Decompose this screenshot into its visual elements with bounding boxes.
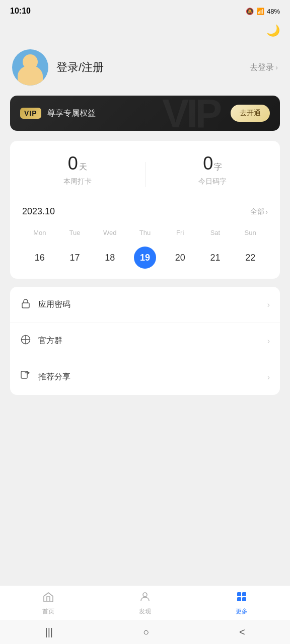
menu-item-official-group[interactable]: 官方群 › (10, 323, 280, 359)
profile-left: 登录/注册 (12, 49, 104, 86)
menu-item-share[interactable]: 推荐分享 › (10, 359, 280, 395)
day-wed: Wed (92, 227, 127, 238)
sys-recents-button[interactable]: ||| (45, 626, 53, 638)
home-label: 首页 (42, 607, 54, 616)
calendar-all-arrow: › (265, 208, 268, 216)
calendar-all-label: 全部 (250, 207, 264, 216)
svg-rect-6 (237, 592, 241, 596)
day-tue: Tue (57, 227, 93, 238)
vip-banner-left: VIP 尊享专属权益 (20, 108, 96, 119)
day-thu: Thu (127, 227, 163, 238)
date-19-today[interactable]: 19 (134, 247, 156, 269)
avatar (12, 49, 48, 86)
calendar-all-link[interactable]: 全部 › (250, 207, 268, 216)
day-sat: Sat (198, 227, 233, 238)
menu-item-app-password[interactable]: 应用密码 › (10, 287, 280, 323)
svg-rect-8 (237, 597, 241, 601)
vip-text: 尊享专属权益 (47, 108, 96, 119)
wifi-icon: 📶 (256, 8, 264, 15)
date-18[interactable]: 18 (92, 247, 127, 269)
calendar-title: 2023.10 (22, 206, 55, 217)
calendar-dates: 16 17 18 19 20 21 22 (22, 247, 268, 269)
svg-point-5 (143, 593, 147, 597)
words-value: 0 (203, 153, 213, 174)
calendar-days-header: Mon Tue Wed Thu Fri Sat Sun (22, 227, 268, 238)
menu-item-left-app-password: 应用密码 (20, 298, 70, 311)
dark-mode-toggle-container: 🌙 (0, 20, 290, 41)
words-number: 0 字 (156, 153, 270, 174)
calendar-section: 2023.10 全部 › Mon Tue Wed Thu Fri Sat Sun… (10, 196, 280, 279)
system-nav-bar: ||| ○ < (0, 620, 290, 644)
vip-activate-button[interactable]: 去开通 (231, 105, 270, 122)
more-icon (236, 591, 248, 606)
svg-rect-7 (242, 592, 246, 596)
date-16[interactable]: 16 (22, 247, 57, 269)
menu-item-left-share: 推荐分享 (20, 370, 70, 384)
calendar-header: 2023.10 全部 › (22, 206, 268, 217)
app-password-arrow: › (267, 300, 270, 309)
lock-icon (20, 298, 31, 311)
share-icon (20, 370, 31, 384)
battery-text: 48% (267, 8, 280, 15)
svg-rect-4 (21, 371, 27, 378)
vip-banner: VIP 尊享专属权益 VIP 去开通 (10, 96, 280, 131)
nav-discover[interactable]: 发现 (97, 586, 193, 620)
date-17[interactable]: 17 (57, 247, 93, 269)
words-unit: 字 (214, 162, 222, 173)
checkins-unit: 天 (79, 162, 87, 173)
dark-mode-icon[interactable]: 🌙 (266, 24, 280, 37)
status-time: 10:10 (10, 7, 31, 16)
login-link[interactable]: 去登录 › (250, 62, 278, 73)
day-sun: Sun (233, 227, 268, 238)
bottom-nav: 首页 发现 更多 (0, 585, 290, 620)
stats-row: 0 天 本周打卡 0 字 今日码字 (10, 153, 280, 196)
stats-card: 0 天 本周打卡 0 字 今日码字 2023.10 全部 › (10, 141, 280, 279)
checkins-value: 0 (68, 153, 78, 174)
discover-icon (139, 591, 151, 606)
status-icons: 🔕 📶 48% (246, 8, 280, 15)
sys-back-button[interactable]: < (239, 626, 245, 638)
login-arrow-icon: › (275, 63, 278, 71)
profile-section: 登录/注册 去登录 › (0, 41, 290, 96)
menu-card: 应用密码 › 官方群 › (10, 287, 280, 395)
nav-more[interactable]: 更多 (193, 586, 290, 620)
official-group-label: 官方群 (38, 336, 62, 346)
date-22[interactable]: 22 (233, 247, 268, 269)
home-icon (42, 591, 54, 606)
checkins-stat: 0 天 本周打卡 (10, 153, 145, 196)
day-mon: Mon (22, 227, 57, 238)
login-text: 去登录 (250, 62, 274, 73)
nav-home[interactable]: 首页 (0, 586, 97, 620)
share-arrow: › (267, 373, 270, 382)
share-label: 推荐分享 (38, 372, 70, 382)
official-group-arrow: › (267, 337, 270, 346)
app-password-label: 应用密码 (38, 299, 70, 310)
day-fri: Fri (163, 227, 198, 238)
vip-badge: VIP (20, 108, 41, 119)
vip-watermark: VIP (162, 96, 220, 131)
date-21[interactable]: 21 (198, 247, 233, 269)
words-stat: 0 字 今日码字 (146, 153, 280, 196)
svg-rect-0 (22, 303, 29, 308)
date-20[interactable]: 20 (163, 247, 198, 269)
svg-rect-9 (242, 597, 246, 601)
sys-home-button[interactable]: ○ (143, 626, 149, 638)
checkins-label: 本周打卡 (20, 177, 135, 186)
profile-name: 登录/注册 (56, 60, 104, 75)
group-icon (20, 334, 31, 348)
discover-label: 发现 (139, 607, 151, 616)
menu-item-left-official-group: 官方群 (20, 334, 62, 348)
checkins-number: 0 天 (20, 153, 135, 174)
status-bar: 10:10 🔕 📶 48% (0, 0, 290, 20)
words-label: 今日码字 (156, 177, 270, 186)
more-label: 更多 (236, 607, 248, 616)
mute-icon: 🔕 (246, 8, 254, 15)
